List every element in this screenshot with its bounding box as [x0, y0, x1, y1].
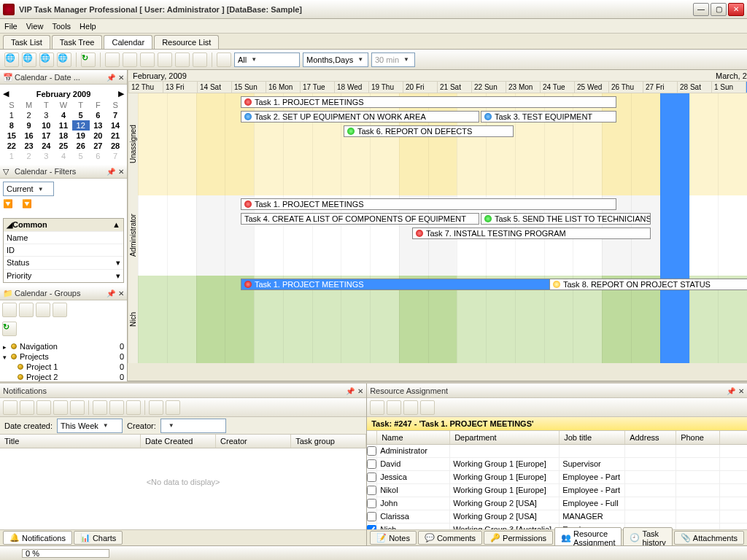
- group-refresh-button[interactable]: [2, 322, 17, 336]
- timeline[interactable]: February, 2009March, 2009 12 Thu13 Fri14…: [128, 70, 747, 381]
- minical-day[interactable]: 9: [20, 120, 38, 131]
- minical-day[interactable]: 16: [20, 131, 38, 141]
- task-bar[interactable]: Task 4. CREATE A LIST OF COMPONENTS OF E…: [241, 213, 479, 225]
- scale-select[interactable]: Months,Days: [303, 52, 368, 67]
- resource-row[interactable]: DavidWorking Group 1 [Europe]Supervisor: [367, 458, 747, 471]
- res-btn[interactable]: [420, 400, 435, 415]
- close-icon[interactable]: ✕: [118, 168, 124, 176]
- close-icon[interactable]: ✕: [118, 289, 124, 298]
- tree-node[interactable]: Project 20: [3, 372, 124, 381]
- collapse-icon[interactable]: ▲: [112, 220, 120, 230]
- notif-btn[interactable]: [70, 400, 85, 415]
- task-bar[interactable]: Task 8. REPORT ON PROJECT STATUS: [549, 279, 747, 290]
- task-bar[interactable]: Task 1. PROJECT MEETINGS: [241, 96, 616, 108]
- minical-day[interactable]: 3: [37, 151, 55, 161]
- refresh-button[interactable]: [81, 52, 96, 67]
- close-icon[interactable]: ✕: [118, 74, 124, 82]
- filter-icon[interactable]: [149, 400, 163, 415]
- toolbar-btn-4[interactable]: [57, 52, 71, 67]
- resource-row[interactable]: NikolWorking Group 1 [Europe]Employee - …: [367, 484, 747, 497]
- next-month-button[interactable]: ▶: [118, 89, 124, 98]
- res-btn[interactable]: [387, 400, 401, 415]
- minical-day[interactable]: 1: [3, 151, 20, 161]
- view-btn-1[interactable]: [105, 52, 120, 67]
- minical-day[interactable]: 27: [90, 141, 107, 151]
- view-btn-4[interactable]: [158, 52, 172, 67]
- filter-icon[interactable]: [166, 400, 180, 415]
- view-btn-2[interactable]: [123, 52, 137, 67]
- group-btn-2[interactable]: [19, 303, 34, 317]
- notif-btn[interactable]: [3, 400, 18, 415]
- minical-day[interactable]: 21: [107, 131, 124, 141]
- resource-row[interactable]: ClarissaWorking Group 2 [USA]MANAGER: [367, 510, 747, 524]
- notif-btn[interactable]: [36, 400, 51, 415]
- task-bar[interactable]: Task 6. REPORT ON DEFECTS: [344, 125, 514, 137]
- minical-day[interactable]: 17: [37, 131, 55, 141]
- assign-checkbox[interactable]: [367, 512, 376, 521]
- prev-month-button[interactable]: ◀: [3, 89, 9, 98]
- res-btn[interactable]: [370, 400, 384, 415]
- minical-day[interactable]: 23: [20, 141, 38, 151]
- minical-day[interactable]: 20: [90, 131, 107, 141]
- toolbar-btn-1[interactable]: [4, 52, 19, 67]
- close-icon[interactable]: ✕: [357, 387, 363, 395]
- task-bar[interactable]: Task 7. INSTALL TESTING PROGRAM: [412, 228, 651, 239]
- assign-checkbox[interactable]: [367, 459, 376, 469]
- resource-row[interactable]: JessicaWorking Group 1 [Europe]Employee …: [367, 471, 747, 484]
- notif-btn[interactable]: [20, 400, 34, 415]
- menu-view[interactable]: View: [26, 22, 44, 31]
- pin-icon[interactable]: 📌: [346, 387, 355, 395]
- notif-btn[interactable]: [109, 400, 124, 415]
- notif-btn[interactable]: [53, 400, 68, 415]
- minical-day[interactable]: 18: [55, 131, 72, 141]
- resource-row[interactable]: JohnWorking Group 2 [USA]Employee - Full: [367, 497, 747, 510]
- pin-icon[interactable]: 📌: [107, 168, 115, 176]
- minical-day[interactable]: 19: [72, 131, 90, 141]
- minical-day[interactable]: 8: [3, 120, 20, 131]
- minical-day[interactable]: 6: [90, 110, 107, 120]
- notif-btn[interactable]: [93, 400, 107, 415]
- minical-day[interactable]: 25: [55, 141, 72, 151]
- close-button[interactable]: ✕: [728, 3, 744, 16]
- minical-day[interactable]: 15: [3, 131, 20, 141]
- task-bar[interactable]: Task 2. SET UP EQUIPMENT ON WORK AREA: [241, 111, 479, 122]
- toolbar-btn-3[interactable]: [39, 52, 54, 67]
- btab-notifications[interactable]: 🔔Notifications: [3, 531, 72, 545]
- filter-del-icon[interactable]: 🔽: [22, 199, 38, 215]
- minical-day[interactable]: 2: [20, 151, 38, 161]
- task-bar[interactable]: Task 3. TEST EQUIPMENT: [481, 111, 616, 122]
- minical-day[interactable]: 28: [107, 141, 124, 151]
- notif-btn[interactable]: [126, 400, 141, 415]
- group-btn-3[interactable]: [36, 303, 50, 317]
- dropdown-icon[interactable]: ▾: [116, 271, 120, 281]
- view-btn-6[interactable]: [193, 52, 207, 67]
- assign-checkbox[interactable]: [367, 499, 376, 508]
- minical-day[interactable]: 26: [72, 141, 90, 151]
- view-btn-3[interactable]: [140, 52, 155, 67]
- assign-checkbox[interactable]: [367, 446, 376, 456]
- date-created-select[interactable]: This Week: [57, 419, 123, 433]
- tree-node[interactable]: Navigation0: [3, 341, 124, 351]
- group-btn-4[interactable]: [53, 303, 67, 317]
- minical-day[interactable]: 4: [55, 151, 72, 161]
- menu-tools[interactable]: Tools: [52, 22, 71, 31]
- calendar-icon[interactable]: [217, 52, 231, 67]
- minical-day[interactable]: 14: [107, 120, 124, 131]
- btab-permissions[interactable]: 🔑Permissions: [484, 531, 553, 545]
- minical-day[interactable]: 24: [37, 141, 55, 151]
- minical-day[interactable]: 4: [55, 110, 72, 120]
- mini-calendar[interactable]: ◀ February 2009 ▶ SMTWTFS123456789101112…: [0, 85, 127, 164]
- minical-day[interactable]: 11: [55, 120, 72, 131]
- resource-row[interactable]: Administrator: [367, 445, 747, 458]
- btab-charts[interactable]: 📊Charts: [74, 531, 123, 545]
- menu-file[interactable]: File: [4, 22, 18, 31]
- dropdown-icon[interactable]: ▾: [116, 258, 120, 268]
- minical-day[interactable]: 7: [107, 151, 124, 161]
- minical-day[interactable]: 5: [72, 110, 90, 120]
- maximize-button[interactable]: ▢: [711, 3, 727, 16]
- interval-select[interactable]: 30 min: [371, 52, 415, 67]
- minical-day[interactable]: 2: [20, 110, 38, 120]
- btab-notes[interactable]: 📝Notes: [370, 531, 417, 545]
- minical-day[interactable]: 3: [37, 110, 55, 120]
- group-btn-1[interactable]: [2, 303, 17, 317]
